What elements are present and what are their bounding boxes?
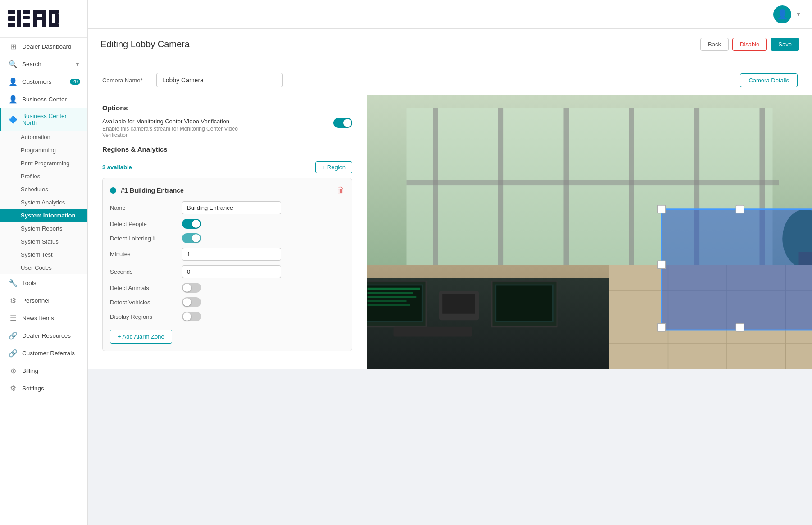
sidebar-item-business-center[interactable]: 👤 Business Center <box>0 91 87 108</box>
region-number: #1 <box>121 187 128 194</box>
region-name-row: Name <box>110 201 345 214</box>
svg-rect-55 <box>736 324 744 331</box>
sub-item-profiles[interactable]: Profiles <box>0 170 87 183</box>
sub-item-system-test[interactable]: System Test <box>0 248 87 261</box>
header-actions: Back Disable Save <box>700 38 799 51</box>
sub-item-system-analytics[interactable]: System Analytics <box>0 196 87 209</box>
video-verification-desc: Enable this camera's stream for Monitori… <box>102 126 255 138</box>
svg-rect-6 <box>23 23 30 27</box>
regions-section: Regions & Analytics 3 available + Region… <box>102 145 352 351</box>
add-region-button[interactable]: + Region <box>315 161 352 173</box>
page-title: Editing Lobby Camera <box>100 39 190 50</box>
svg-rect-20 <box>629 108 634 265</box>
display-regions-label: Display Regions <box>110 313 182 320</box>
svg-rect-14 <box>55 14 59 23</box>
detect-vehicles-toggle[interactable] <box>182 297 201 307</box>
tools-icon: 🔧 <box>9 279 18 287</box>
sidebar: ⊞ Dealer Dashboard 🔍 Search ▼ 👤 Customer… <box>0 0 88 525</box>
detect-people-label: Detect People <box>110 221 182 227</box>
avatar[interactable]: 👤 <box>773 5 791 23</box>
detect-animals-toggle[interactable] <box>182 283 201 293</box>
sidebar-item-billing[interactable]: ⊕ Billing <box>0 362 87 380</box>
detect-loitering-row: Detect Loitering ℹ <box>110 233 345 243</box>
detect-people-row: Detect People <box>110 219 345 229</box>
detect-loitering-toggle[interactable] <box>182 233 201 243</box>
sidebar-item-dealer-resources[interactable]: 🔗 Dealer Resources <box>0 327 87 344</box>
camera-image <box>367 95 812 369</box>
sidebar-item-customer-referrals[interactable]: 🔗 Customer Referrals <box>0 344 87 362</box>
region-name-input[interactable] <box>182 201 281 214</box>
seconds-label: Seconds <box>110 268 182 275</box>
sub-item-user-codes[interactable]: User Codes <box>0 261 87 274</box>
logo-text <box>7 7 80 32</box>
detect-vehicles-label: Detect Vehicles <box>110 299 182 306</box>
add-alarm-button[interactable]: + Add Alarm Zone <box>110 330 172 344</box>
sidebar-item-customers[interactable]: 👤 Customers 20 <box>0 73 87 91</box>
referrals-icon: 🔗 <box>9 349 18 358</box>
sub-item-automation[interactable]: Automation <box>0 131 87 144</box>
svg-rect-12 <box>49 10 59 14</box>
svg-rect-50 <box>657 205 665 213</box>
minutes-input[interactable] <box>182 248 281 261</box>
svg-rect-33 <box>368 296 417 298</box>
region-dot <box>110 187 116 194</box>
chevron-down-icon: ▼ <box>796 11 801 18</box>
diamond-icon: 🔷 <box>9 115 18 124</box>
customers-icon: 👤 <box>9 77 18 86</box>
sidebar-item-news-items[interactable]: ☰ News Items <box>0 309 87 327</box>
svg-rect-32 <box>368 292 414 294</box>
topbar: 👤 ▼ <box>88 0 812 29</box>
sidebar-item-search[interactable]: 🔍 Search ▼ <box>0 55 87 73</box>
sidebar-item-tools[interactable]: 🔧 Tools <box>0 274 87 292</box>
minutes-row: Minutes <box>110 248 345 261</box>
camera-name-input[interactable] <box>156 73 283 87</box>
video-verification-label: Available for Monitoring Center Video Ve… <box>102 118 255 125</box>
region-delete-button[interactable]: 🗑 <box>337 186 345 195</box>
camera-details-button[interactable]: Camera Details <box>740 73 798 87</box>
svg-rect-2 <box>8 23 15 27</box>
save-button[interactable]: Save <box>771 38 799 51</box>
settings-icon: ⚙ <box>9 384 18 393</box>
regions-available: 3 available <box>102 164 132 171</box>
main-content: 👤 ▼ Editing Lobby Camera Back Disable Sa… <box>88 0 812 525</box>
svg-rect-49 <box>661 209 812 330</box>
sidebar-item-settings[interactable]: ⚙ Settings <box>0 380 87 397</box>
svg-rect-3 <box>17 10 21 27</box>
svg-rect-34 <box>368 300 407 302</box>
seconds-row: Seconds <box>110 265 345 278</box>
seconds-input[interactable] <box>182 265 281 278</box>
sidebar-item-dealer-dashboard[interactable]: ⊞ Dealer Dashboard <box>0 38 87 55</box>
sub-item-programming[interactable]: Programming <box>0 144 87 157</box>
svg-rect-30 <box>367 285 422 321</box>
detect-vehicles-row: Detect Vehicles <box>110 297 345 307</box>
svg-rect-5 <box>23 16 30 19</box>
sub-item-system-information[interactable]: System Information <box>0 209 87 222</box>
search-icon: 🔍 <box>9 60 18 68</box>
region-card: #1 Building Entrance 🗑 Name <box>102 178 352 351</box>
sub-item-print-programming[interactable]: Print Programming <box>0 157 87 170</box>
business-icon: 👤 <box>9 95 18 104</box>
sub-item-system-status[interactable]: System Status <box>0 235 87 248</box>
detect-people-toggle[interactable] <box>182 219 201 229</box>
svg-rect-13 <box>49 23 59 27</box>
sub-item-schedules[interactable]: Schedules <box>0 183 87 196</box>
regions-title: Regions & Analytics <box>102 145 352 153</box>
video-verification-option: Available for Monitoring Center Video Ve… <box>102 118 352 138</box>
disable-button[interactable]: Disable <box>732 38 767 51</box>
video-verification-toggle[interactable] <box>333 118 352 128</box>
sub-item-system-reports[interactable]: System Reports <box>0 222 87 235</box>
region-name-label: Name <box>110 204 182 211</box>
sidebar-item-business-center-north[interactable]: 🔷 Business Center North <box>0 108 87 131</box>
region-title: Building Entrance <box>130 187 184 194</box>
dealer-resources-icon: 🔗 <box>9 331 18 340</box>
info-icon[interactable]: ℹ <box>153 235 155 241</box>
camera-feed <box>367 95 812 369</box>
display-regions-toggle[interactable] <box>182 312 201 321</box>
back-button[interactable]: Back <box>700 38 729 51</box>
display-regions-row: Display Regions <box>110 312 345 321</box>
split-layout: Options Available for Monitoring Center … <box>88 95 812 369</box>
svg-rect-31 <box>368 288 420 290</box>
minutes-label: Minutes <box>110 251 182 258</box>
user-menu[interactable]: 👤 ▼ <box>773 5 801 23</box>
sidebar-item-personnel[interactable]: ⚙ Personnel <box>0 292 87 309</box>
